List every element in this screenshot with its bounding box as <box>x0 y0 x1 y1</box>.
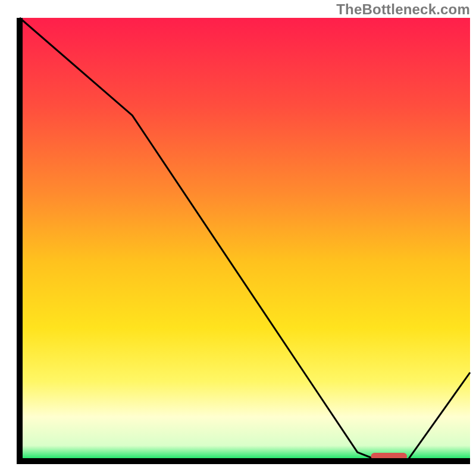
gradient-background <box>20 18 470 461</box>
bottleneck-chart <box>0 0 476 476</box>
